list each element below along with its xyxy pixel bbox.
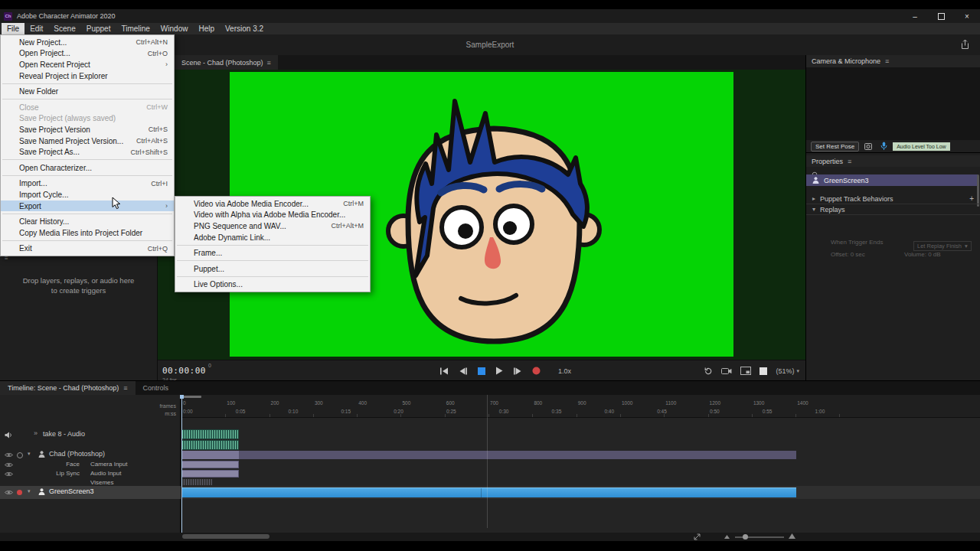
next-frame-button[interactable] <box>513 367 522 375</box>
menu-item-save-project-version[interactable]: Save Project VersionCtrl+S <box>1 124 174 135</box>
menu-item-save-project-always-saved[interactable]: Save Project (always saved) <box>1 113 174 125</box>
track-label-greenscreen[interactable]: GreenScreen3 <box>49 487 94 495</box>
eye-icon[interactable] <box>5 452 13 458</box>
arm-record-toggle[interactable] <box>17 452 23 458</box>
menu-item-copy-media-files-into-project-fo[interactable]: Copy Media Files into Project Folder <box>1 227 174 239</box>
horizontal-scrollbar[interactable] <box>182 534 270 539</box>
loop-icon[interactable] <box>704 367 713 376</box>
record-button[interactable] <box>532 367 541 375</box>
play-button[interactable] <box>495 367 503 375</box>
menubar-item-scene[interactable]: Scene <box>48 23 80 34</box>
eye-icon[interactable] <box>5 490 13 495</box>
audio-clip[interactable] <box>181 429 239 439</box>
frame-counter: 0 <box>208 363 211 368</box>
panel-menu-icon[interactable]: ≡ <box>848 158 851 165</box>
picture-in-picture-icon[interactable] <box>740 367 751 375</box>
menu-item-puppet[interactable]: Puppet... <box>175 263 370 275</box>
menu-item-new-project[interactable]: New Project...Ctrl+Alt+N <box>1 37 174 48</box>
menubar-item-edit[interactable]: Edit <box>24 23 48 34</box>
face-take-clip[interactable] <box>181 461 239 468</box>
tab-scene[interactable]: Scene - Chad (Photoshop) ≡ <box>175 55 278 70</box>
stop-button[interactable] <box>478 367 485 375</box>
menu-item-close[interactable]: CloseCtrl+W <box>1 102 174 113</box>
menu-item-save-project-as[interactable]: Save Project As...Ctrl+Shift+S <box>1 146 174 158</box>
menu-item-clear-history[interactable]: Clear History... <box>1 216 174 227</box>
menu-item-open-characterizer[interactable]: Open Characterizer... <box>1 162 174 174</box>
menu-item-frame[interactable]: Frame... <box>175 247 370 259</box>
zoom-out-mountain-icon[interactable] <box>724 535 730 539</box>
menu-item-exit[interactable]: ExitCtrl+Q <box>1 243 174 255</box>
section-replays[interactable]: ▾ Replays <box>806 204 980 215</box>
tab-controls[interactable]: Controls <box>136 381 177 395</box>
panel-menu-icon[interactable]: ≡ <box>267 59 271 67</box>
microphone-icon[interactable] <box>880 142 887 151</box>
matte-toggle-icon[interactable] <box>760 367 767 375</box>
playhead-handle[interactable] <box>180 395 184 399</box>
menubar-item-help[interactable]: Help <box>193 23 220 34</box>
minimize-button[interactable]: – <box>902 9 928 23</box>
chevron-right-icon[interactable]: ▸ <box>812 195 815 202</box>
timeline-zoom-handle[interactable] <box>743 534 748 540</box>
camera-feed-icon[interactable] <box>721 367 732 375</box>
timeline-ruler[interactable]: 0100200300400500600700800900100011001200… <box>181 395 980 418</box>
menubar-item-file[interactable]: File <box>2 23 24 34</box>
menubar-item-puppet[interactable]: Puppet <box>81 23 116 34</box>
menu-item-video-via-adobe-media-encoder[interactable]: Video via Adobe Media Encoder...Ctrl+M <box>175 198 370 210</box>
track-label-chad[interactable]: Chad (Photoshop) <box>49 450 105 458</box>
when-trigger-ends-dropdown[interactable]: Let Replay Finish ▾ <box>913 237 972 251</box>
zoom-level-select[interactable]: (51%) ▾ <box>776 367 799 375</box>
eye-icon[interactable] <box>5 471 13 477</box>
timecode[interactable]: 00:00:00 <box>162 366 206 376</box>
record-armed-indicator[interactable] <box>17 490 22 495</box>
section-puppet-track-behaviors[interactable]: ▸ Puppet Track Behaviors + <box>806 194 980 204</box>
visemes-clip[interactable] <box>181 479 212 485</box>
chevron-down-icon[interactable]: ▾ <box>28 488 31 494</box>
eye-icon[interactable] <box>5 462 13 468</box>
menu-item-adobe-dynamic-link[interactable]: Adobe Dynamic Link... <box>175 232 370 243</box>
tab-timeline[interactable]: Timeline: Scene - Chad (Photoshop) ≡ <box>0 381 136 395</box>
panel-menu-icon[interactable]: ≡ <box>885 57 889 65</box>
previous-frame-button[interactable] <box>459 367 468 375</box>
properties-selected-item[interactable]: GreenScreen3 <box>806 174 978 186</box>
menubar-item-timeline[interactable]: Timeline <box>116 23 155 34</box>
zoom-in-mountain-icon[interactable] <box>789 533 795 539</box>
menu-item-live-options[interactable]: Live Options... <box>175 279 370 291</box>
panel-menu-icon[interactable]: ≡ <box>123 384 127 392</box>
close-button[interactable]: × <box>954 9 980 23</box>
timeline-clip-area[interactable]: 0100200300400500600700800900100011001200… <box>181 395 980 533</box>
menu-item-open-recent-project[interactable]: Open Recent Project› <box>1 59 174 70</box>
camera-icon[interactable] <box>864 142 875 150</box>
chevron-down-icon[interactable]: ▾ <box>28 451 31 457</box>
menu-item-open-project[interactable]: Open Project...Ctrl+O <box>1 48 174 60</box>
go-to-start-button[interactable] <box>439 367 449 375</box>
share-export-icon[interactable] <box>960 39 970 50</box>
take-segment[interactable] <box>181 451 239 459</box>
puppet-track-bar[interactable] <box>181 451 796 459</box>
menu-item-new-folder[interactable]: New Folder <box>1 86 174 97</box>
ruler-tick: 1100 <box>665 400 676 406</box>
playhead[interactable] <box>181 395 182 533</box>
track-label-audio[interactable]: take 8 - Audio <box>43 430 85 438</box>
menu-item-save-named-project-version[interactable]: Save Named Project Version...Ctrl+Alt+S <box>1 135 174 147</box>
menu-item-video-with-alpha-via-adobe-media[interactable]: Video with Alpha via Adobe Media Encoder… <box>175 210 370 221</box>
menubar-item-version-3-2[interactable]: Version 3.2 <box>220 23 269 34</box>
menu-item-import[interactable]: Import...Ctrl+I <box>1 178 174 190</box>
menubar-item-window[interactable]: Window <box>155 23 194 34</box>
menu-item-reveal-project-in-explorer[interactable]: Reveal Project in Explorer <box>1 70 174 82</box>
menu-item-export[interactable]: Export› <box>1 201 174 212</box>
add-behavior-button[interactable]: + <box>969 194 974 203</box>
greenscreen-clip[interactable] <box>181 487 796 497</box>
menu-item-png-sequence-and-wav[interactable]: PNG Sequence and WAV...Ctrl+Alt+M <box>175 220 370 232</box>
set-rest-pose-button[interactable]: Set Rest Pose <box>811 142 859 152</box>
playback-speed[interactable]: 1.0x <box>558 367 571 375</box>
lipsync-take-clip[interactable] <box>181 470 239 478</box>
expand-icon[interactable] <box>694 533 701 540</box>
ruler-mini-scrollbar[interactable] <box>182 396 201 398</box>
chevron-down-icon[interactable]: ▾ <box>812 206 815 213</box>
behavior-label-face[interactable]: Face <box>43 461 80 468</box>
behavior-label-lipsync[interactable]: Lip Sync <box>43 470 80 477</box>
speaker-icon[interactable] <box>5 432 12 439</box>
menu-item-import-cycle[interactable]: Import Cycle... <box>1 189 174 201</box>
audio-clip[interactable] <box>181 440 239 450</box>
maximize-button[interactable] <box>928 9 954 23</box>
